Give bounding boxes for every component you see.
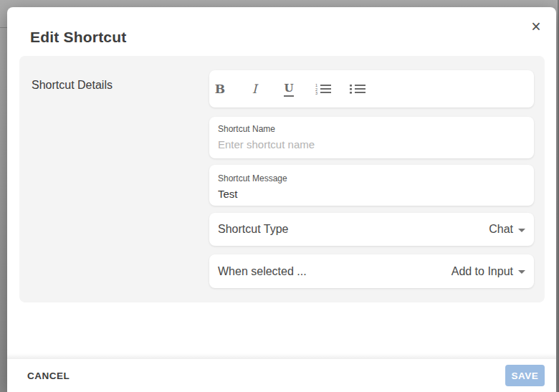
bullet-list-button[interactable] [347,76,368,102]
cancel-button[interactable]: CANCEL [27,371,70,381]
underline-button[interactable]: U [278,76,300,102]
dialog-title: Edit Shortcut [30,29,126,46]
close-icon[interactable]: × [526,16,546,37]
shortcut-type-value: Chat [489,223,513,236]
dialog-footer: CANCEL SAVE [7,359,556,392]
bold-button[interactable]: B [209,76,231,102]
edit-shortcut-dialog: Edit Shortcut × Shortcut Details B I U 1… [7,7,556,392]
when-selected-label: When selected ... [218,265,307,278]
svg-text:3: 3 [315,91,317,95]
shortcut-details-panel: Shortcut Details B I U 1 2 3 [19,56,545,302]
shortcut-type-label: Shortcut Type [218,223,288,236]
section-label: Shortcut Details [32,79,113,92]
shortcut-type-select[interactable]: Shortcut Type Chat [209,213,534,246]
ordered-list-button[interactable]: 1 2 3 [312,76,334,102]
bullet-list-icon [350,83,366,95]
italic-button[interactable]: I [244,76,265,102]
shortcut-name-field: Shortcut Name [209,117,534,158]
italic-icon: I [252,82,257,96]
underline-icon: U [284,82,293,97]
shortcut-name-label: Shortcut Name [218,124,525,134]
footer-divider [7,353,556,359]
chevron-down-icon [518,270,525,274]
ordered-list-icon: 1 2 3 [315,83,331,95]
when-selected-select[interactable]: When selected ... Add to Input [209,254,534,288]
shortcut-name-input[interactable] [218,138,525,150]
save-button[interactable]: SAVE [505,365,545,386]
backdrop-line [0,27,7,28]
formatting-toolbar: B I U 1 2 3 [209,70,534,107]
shortcut-message-field: Shortcut Message [209,165,534,206]
bold-icon: B [215,82,225,96]
shortcut-message-input[interactable] [218,188,525,200]
chevron-down-icon [518,229,525,232]
when-selected-value: Add to Input [452,265,513,278]
shortcut-message-label: Shortcut Message [218,173,525,183]
